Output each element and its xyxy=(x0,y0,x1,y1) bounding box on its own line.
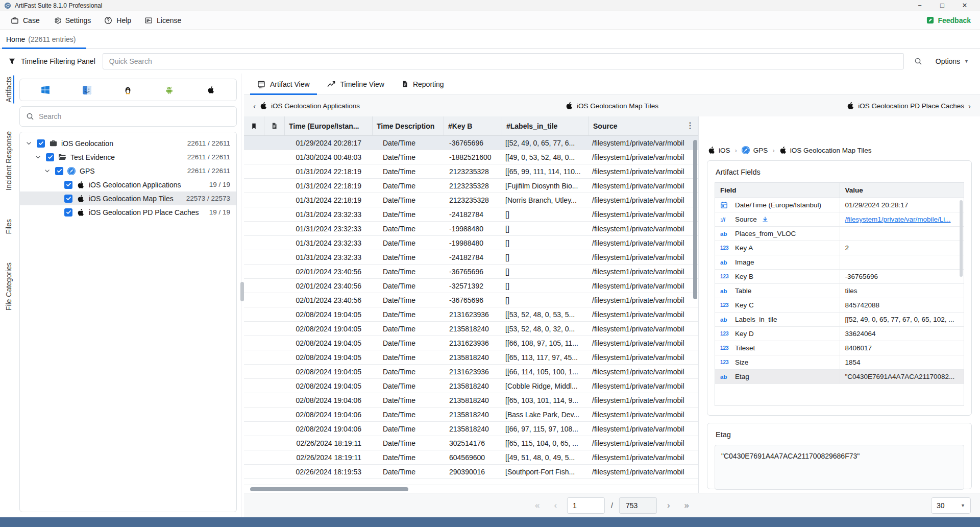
tree-item-ios-geolocation-map-tiles[interactable]: iOS Geolocation Map Tiles22573 / 22573 xyxy=(20,191,236,205)
prev-artifact-link[interactable]: ‹ iOS Geolocation Applications xyxy=(253,102,493,110)
tree-item-test-evidence[interactable]: Test Evidence22611 / 22611 xyxy=(20,150,236,164)
apple-icon[interactable] xyxy=(206,85,216,95)
table-row[interactable]: 01/31/2024 23:32:33Date/Time-19988480[]/… xyxy=(244,236,698,250)
field-row-image[interactable]: abImage xyxy=(715,255,964,270)
rail-tab-artifacts[interactable]: Artifacts xyxy=(5,76,14,104)
scrollbar-thumb[interactable] xyxy=(250,487,408,491)
field-row-labels-in-tile[interactable]: abLabels_in_tile[[52, 49, 0, 65, 77, 67,… xyxy=(715,313,964,327)
next-page-button[interactable]: › xyxy=(663,499,674,512)
bookmark-column-icon[interactable] xyxy=(244,116,264,135)
table-row[interactable]: 01/31/2024 22:18:19Date/Time2123235328[N… xyxy=(244,193,698,207)
breadcrumb-item-gps[interactable]: GPS xyxy=(742,146,768,154)
feedback-button[interactable]: Feedback xyxy=(926,16,976,25)
tab-artifact-view[interactable]: Artifact View xyxy=(250,74,317,94)
field-row-key-c[interactable]: 123Key C845742088 xyxy=(715,298,964,313)
table-row[interactable]: 01/31/2024 23:32:33Date/Time-24182784[]/… xyxy=(244,250,698,265)
table-row[interactable]: 02/08/2024 19:04:06Date/Time2135818240[B… xyxy=(244,408,698,422)
table-row[interactable]: 02/08/2024 19:04:05Date/Time2135818240[C… xyxy=(244,379,698,393)
maximize-button[interactable]: □ xyxy=(931,2,953,9)
table-row[interactable]: 02/08/2024 19:04:05Date/Time2131623936[[… xyxy=(244,307,698,322)
note-column-icon[interactable] xyxy=(264,116,285,135)
column-header-2[interactable]: #Key B xyxy=(444,116,502,135)
field-row-date-time-europe-istanbul-[interactable]: Date/Time (Europe/Istanbul)01/29/2024 20… xyxy=(715,198,964,212)
table-row[interactable]: 01/31/2024 22:18:19Date/Time2123235328[F… xyxy=(244,179,698,193)
first-page-button[interactable]: « xyxy=(531,499,544,512)
close-button[interactable]: ✕ xyxy=(953,2,976,9)
current-artifact-link[interactable]: iOS Geolocation Map Tiles xyxy=(493,102,732,110)
chevron-down-icon[interactable] xyxy=(42,167,52,174)
table-row[interactable]: 02/01/2024 23:40:56Date/Time-32571392[]/… xyxy=(244,279,698,293)
breadcrumb-item-ios[interactable]: iOS xyxy=(708,146,730,154)
tree-item-gps[interactable]: GPS22611 / 22611 xyxy=(20,164,236,178)
table-row[interactable]: 02/08/2024 19:04:05Date/Time2131623936[[… xyxy=(244,365,698,379)
column-header-0[interactable]: Time (Europe/Istan... xyxy=(285,116,373,135)
table-row[interactable]: 02/26/2024 18:19:11Date/Time604569600[[4… xyxy=(244,450,698,465)
tree-item-ios-geolocation[interactable]: iOS Geolocation22611 / 22611 xyxy=(20,136,236,150)
tree-item-ios-geolocation-applications[interactable]: iOS Geolocation Applications19 / 19 xyxy=(20,178,236,191)
tab-home[interactable]: Home (22611 entries) xyxy=(2,30,86,49)
minimize-button[interactable]: − xyxy=(909,2,931,9)
download-icon[interactable] xyxy=(762,216,769,223)
field-row-source[interactable]: ://Source/filesystem1/private/var/mobile… xyxy=(715,212,964,227)
field-row-size[interactable]: 123Size1854 xyxy=(715,355,964,370)
field-row-tileset[interactable]: 123Tileset8406017 xyxy=(715,341,964,355)
column-menu-icon[interactable]: ⋮ xyxy=(686,121,694,130)
table-row[interactable]: 01/31/2024 23:32:33Date/Time-19988480[]/… xyxy=(244,222,698,236)
menu-item-settings[interactable]: Settings xyxy=(46,13,98,28)
field-row-key-d[interactable]: 123Key D33624064 xyxy=(715,327,964,341)
field-row-table[interactable]: abTabletiles xyxy=(715,284,964,298)
field-row-places-from-vloc[interactable]: abPlaces_from_VLOC xyxy=(715,227,964,241)
prev-page-button[interactable]: ‹ xyxy=(550,499,561,512)
page-number-input[interactable] xyxy=(567,497,605,514)
android-icon[interactable] xyxy=(164,85,175,95)
quick-search-icon[interactable] xyxy=(911,55,925,67)
last-page-button[interactable]: » xyxy=(680,499,693,512)
checkbox-checked-icon[interactable] xyxy=(55,167,63,175)
checkbox-checked-icon[interactable] xyxy=(64,195,72,203)
rail-tab-files[interactable]: Files xyxy=(5,218,14,235)
table-row[interactable]: 02/26/2024 18:19:11Date/Time302514176[[6… xyxy=(244,436,698,450)
artifact-search-input[interactable] xyxy=(39,112,230,121)
fields-scrollbar[interactable] xyxy=(960,200,963,277)
menu-item-help[interactable]: Help xyxy=(97,13,138,28)
field-value[interactable]: /filesystem1/private/var/mobile/Li... xyxy=(845,215,951,223)
options-button[interactable]: Options ▼ xyxy=(933,57,972,65)
field-row-key-a[interactable]: 123Key A2 xyxy=(715,241,964,255)
next-artifact-link[interactable]: iOS Geolocation PD Place Caches › xyxy=(731,102,971,110)
checkbox-checked-icon[interactable] xyxy=(64,181,72,189)
field-row-etag[interactable]: abEtag"C0430E7691A4A7ACA21170082... xyxy=(715,370,964,384)
rail-tab-file-categories[interactable]: File Categories xyxy=(5,261,14,312)
column-header-1[interactable]: Time Description xyxy=(373,116,444,135)
chevron-down-icon[interactable] xyxy=(24,140,33,147)
horizontal-scrollbar[interactable] xyxy=(244,485,698,493)
quick-search-input[interactable] xyxy=(103,53,904,69)
column-header-3[interactable]: #Labels_in_tile xyxy=(502,116,589,135)
checkbox-checked-icon[interactable] xyxy=(37,139,45,148)
chevron-down-icon[interactable] xyxy=(33,154,42,160)
field-row-key-b[interactable]: 123Key B-36765696 xyxy=(715,270,964,284)
rail-tab-incident-response[interactable]: Incident Response xyxy=(5,130,14,191)
table-row[interactable]: 02/01/2024 23:40:56Date/Time-36765696[]/… xyxy=(244,293,698,307)
page-size-select[interactable]: 30 ▼ xyxy=(931,497,971,514)
table-row[interactable]: 02/08/2024 19:04:06Date/Time2135818240[[… xyxy=(244,422,698,436)
checkbox-checked-icon[interactable] xyxy=(64,208,72,217)
table-row[interactable]: 02/08/2024 19:04:06Date/Time2135818240[[… xyxy=(244,393,698,408)
menu-item-case[interactable]: Case xyxy=(4,13,46,28)
timeline-filtering-panel-button[interactable]: Timeline Filtering Panel xyxy=(8,57,95,65)
checkbox-checked-icon[interactable] xyxy=(46,153,54,161)
tab-timeline-view[interactable]: Timeline View xyxy=(320,74,391,94)
column-header-4[interactable]: Source xyxy=(589,116,698,135)
macos-icon[interactable] xyxy=(82,85,92,95)
vertical-scrollbar[interactable] xyxy=(693,140,697,299)
table-row[interactable]: 02/08/2024 19:04:05Date/Time2135818240[[… xyxy=(244,322,698,336)
table-row[interactable]: 01/29/2024 20:28:17Date/Time-36765696[[5… xyxy=(244,136,698,150)
table-row[interactable]: 01/31/2024 22:18:19Date/Time2123235328[[… xyxy=(244,164,698,179)
windows-icon[interactable] xyxy=(40,85,51,95)
menu-item-license[interactable]: License xyxy=(138,13,188,28)
table-row[interactable]: 02/01/2024 23:40:56Date/Time-36765696[]/… xyxy=(244,265,698,279)
table-row[interactable]: 02/08/2024 19:04:05Date/Time2135818240[[… xyxy=(244,350,698,365)
table-row[interactable]: 02/26/2024 18:19:53Date/Time290390016[So… xyxy=(244,465,698,479)
table-row[interactable]: 01/30/2024 00:48:03Date/Time-1882521600[… xyxy=(244,150,698,164)
linux-icon[interactable] xyxy=(123,85,133,95)
breadcrumb-item-ios-geolocation-map-tiles[interactable]: iOS Geolocation Map Tiles xyxy=(779,146,872,154)
